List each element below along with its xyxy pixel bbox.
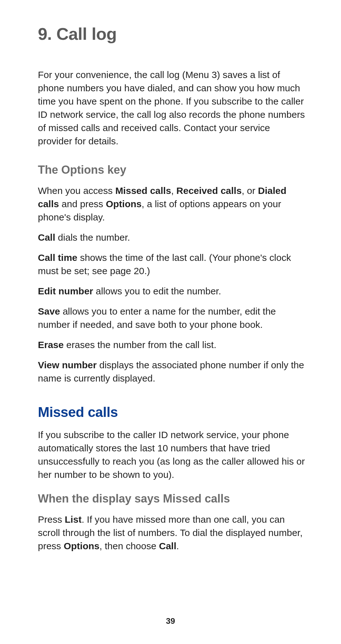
text: and press — [59, 199, 106, 209]
text: erases the number from the call list. — [64, 340, 217, 350]
bold-options: Options — [64, 541, 99, 551]
bold-save: Save — [38, 306, 60, 316]
options-key-intro: When you access Missed calls, Received c… — [38, 184, 306, 224]
text: . — [176, 541, 179, 551]
option-call: Call dials the number. — [38, 231, 306, 244]
bold-options: Options — [106, 199, 141, 209]
options-key-heading: The Options key — [38, 162, 306, 178]
text: , — [171, 185, 176, 196]
bold-view-number: View number — [38, 360, 97, 370]
missed-calls-intro: If you subscribe to the caller ID networ… — [38, 428, 306, 481]
bold-received-calls: Received calls — [176, 185, 242, 196]
text: allows you to enter a name for the numbe… — [38, 306, 276, 330]
chapter-title: 9. Call log — [38, 22, 306, 46]
bold-missed-calls: Missed calls — [115, 185, 171, 196]
text: Press — [38, 514, 65, 525]
bold-call: Call — [38, 232, 55, 243]
option-call-time: Call time shows the time of the last cal… — [38, 251, 306, 278]
option-save: Save allows you to enter a name for the … — [38, 305, 306, 331]
bold-call-time: Call time — [38, 252, 77, 263]
missed-calls-instructions: Press List. If you have missed more than… — [38, 513, 306, 553]
text: , or — [242, 185, 258, 196]
document-page: 9. Call log For your convenience, the ca… — [0, 0, 341, 644]
text: , then choose — [99, 541, 159, 551]
bold-call: Call — [159, 541, 176, 551]
bold-list: List — [65, 514, 81, 525]
intro-paragraph: For your convenience, the call log (Menu… — [38, 68, 306, 148]
text: dials the number. — [55, 232, 130, 243]
text: When you access — [38, 185, 115, 196]
page-number: 39 — [0, 615, 341, 627]
bold-erase: Erase — [38, 340, 64, 350]
text: allows you to edit the number. — [93, 286, 221, 296]
option-erase: Erase erases the number from the call li… — [38, 338, 306, 352]
bold-edit-number: Edit number — [38, 286, 93, 296]
option-edit-number: Edit number allows you to edit the numbe… — [38, 285, 306, 298]
missed-calls-subheading: When the display says Missed calls — [38, 491, 306, 507]
missed-calls-heading: Missed calls — [38, 402, 306, 422]
option-view-number: View number displays the associated phon… — [38, 358, 306, 385]
